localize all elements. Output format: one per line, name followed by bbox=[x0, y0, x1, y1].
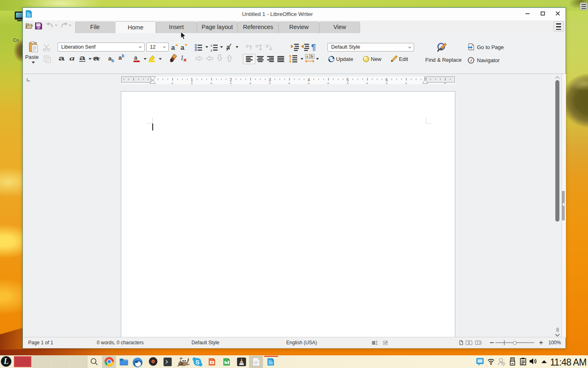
svg-text:1: 1 bbox=[191, 78, 193, 82]
svg-text:a: a bbox=[58, 55, 65, 62]
svg-text:a: a bbox=[226, 44, 230, 51]
svg-text:a: a bbox=[79, 54, 85, 61]
svg-text:a: a bbox=[134, 54, 138, 61]
svg-text:a: a bbox=[306, 54, 308, 58]
svg-text:S: S bbox=[195, 359, 199, 366]
svg-text:I: I bbox=[180, 54, 183, 61]
svg-text:4: 4 bbox=[307, 78, 310, 82]
svg-text:a: a bbox=[171, 44, 175, 52]
svg-text:b: b bbox=[311, 54, 313, 58]
svg-text:2: 2 bbox=[211, 49, 212, 52]
svg-text:1: 1 bbox=[211, 44, 212, 47]
svg-text:a: a bbox=[180, 44, 185, 52]
svg-text:6: 6 bbox=[385, 78, 388, 82]
svg-text:2: 2 bbox=[230, 78, 232, 82]
svg-text:3: 3 bbox=[269, 78, 271, 82]
svg-text:5: 5 bbox=[347, 78, 349, 82]
svg-text:a: a bbox=[69, 54, 75, 62]
